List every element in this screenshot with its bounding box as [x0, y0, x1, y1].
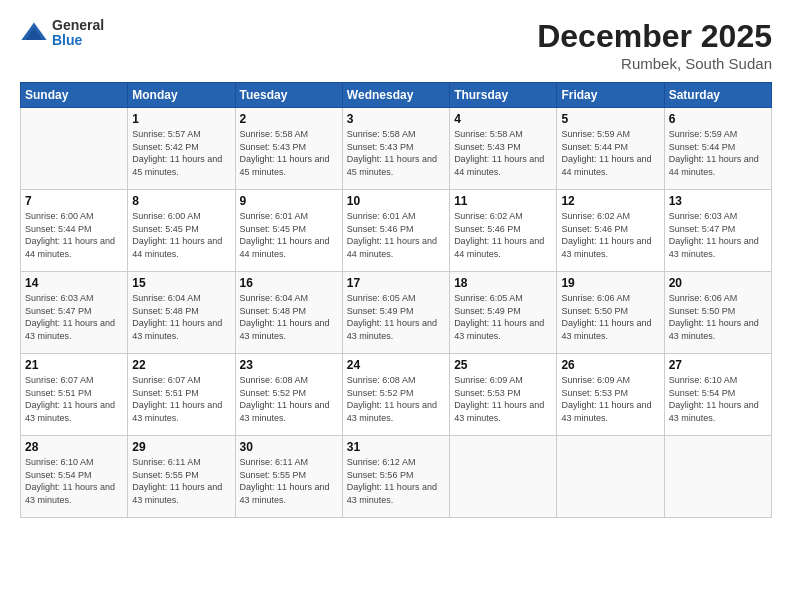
day-info: Sunrise: 6:05 AMSunset: 5:49 PMDaylight:…	[454, 293, 544, 341]
calendar-cell: 3 Sunrise: 5:58 AMSunset: 5:43 PMDayligh…	[342, 108, 449, 190]
day-info: Sunrise: 5:59 AMSunset: 5:44 PMDaylight:…	[561, 129, 651, 177]
col-wednesday: Wednesday	[342, 83, 449, 108]
calendar-cell	[450, 436, 557, 518]
calendar-header: Sunday Monday Tuesday Wednesday Thursday…	[21, 83, 772, 108]
day-number: 31	[347, 440, 445, 454]
col-monday: Monday	[128, 83, 235, 108]
day-number: 11	[454, 194, 552, 208]
day-number: 21	[25, 358, 123, 372]
day-info: Sunrise: 6:10 AMSunset: 5:54 PMDaylight:…	[669, 375, 759, 423]
day-info: Sunrise: 6:06 AMSunset: 5:50 PMDaylight:…	[669, 293, 759, 341]
day-info: Sunrise: 5:58 AMSunset: 5:43 PMDaylight:…	[347, 129, 437, 177]
col-friday: Friday	[557, 83, 664, 108]
calendar-cell: 31 Sunrise: 6:12 AMSunset: 5:56 PMDaylig…	[342, 436, 449, 518]
logo-icon	[20, 19, 48, 47]
week-row-2: 14 Sunrise: 6:03 AMSunset: 5:47 PMDaylig…	[21, 272, 772, 354]
day-number: 27	[669, 358, 767, 372]
calendar-cell: 27 Sunrise: 6:10 AMSunset: 5:54 PMDaylig…	[664, 354, 771, 436]
day-info: Sunrise: 6:02 AMSunset: 5:46 PMDaylight:…	[561, 211, 651, 259]
calendar-cell	[21, 108, 128, 190]
day-info: Sunrise: 6:00 AMSunset: 5:44 PMDaylight:…	[25, 211, 115, 259]
day-info: Sunrise: 6:01 AMSunset: 5:46 PMDaylight:…	[347, 211, 437, 259]
title-block: December 2025 Rumbek, South Sudan	[537, 18, 772, 72]
calendar-cell: 15 Sunrise: 6:04 AMSunset: 5:48 PMDaylig…	[128, 272, 235, 354]
calendar-cell: 14 Sunrise: 6:03 AMSunset: 5:47 PMDaylig…	[21, 272, 128, 354]
day-info: Sunrise: 6:04 AMSunset: 5:48 PMDaylight:…	[132, 293, 222, 341]
calendar-cell: 28 Sunrise: 6:10 AMSunset: 5:54 PMDaylig…	[21, 436, 128, 518]
day-info: Sunrise: 5:57 AMSunset: 5:42 PMDaylight:…	[132, 129, 222, 177]
day-number: 23	[240, 358, 338, 372]
calendar-cell: 4 Sunrise: 5:58 AMSunset: 5:43 PMDayligh…	[450, 108, 557, 190]
day-number: 14	[25, 276, 123, 290]
calendar-cell: 17 Sunrise: 6:05 AMSunset: 5:49 PMDaylig…	[342, 272, 449, 354]
day-number: 12	[561, 194, 659, 208]
day-info: Sunrise: 5:59 AMSunset: 5:44 PMDaylight:…	[669, 129, 759, 177]
day-number: 10	[347, 194, 445, 208]
week-row-0: 1 Sunrise: 5:57 AMSunset: 5:42 PMDayligh…	[21, 108, 772, 190]
logo-text: General Blue	[52, 18, 104, 49]
week-row-3: 21 Sunrise: 6:07 AMSunset: 5:51 PMDaylig…	[21, 354, 772, 436]
calendar-cell: 2 Sunrise: 5:58 AMSunset: 5:43 PMDayligh…	[235, 108, 342, 190]
day-info: Sunrise: 6:12 AMSunset: 5:56 PMDaylight:…	[347, 457, 437, 505]
day-number: 30	[240, 440, 338, 454]
calendar-cell: 18 Sunrise: 6:05 AMSunset: 5:49 PMDaylig…	[450, 272, 557, 354]
day-number: 13	[669, 194, 767, 208]
day-number: 1	[132, 112, 230, 126]
calendar-cell: 9 Sunrise: 6:01 AMSunset: 5:45 PMDayligh…	[235, 190, 342, 272]
calendar-cell: 11 Sunrise: 6:02 AMSunset: 5:46 PMDaylig…	[450, 190, 557, 272]
day-number: 26	[561, 358, 659, 372]
day-info: Sunrise: 6:09 AMSunset: 5:53 PMDaylight:…	[454, 375, 544, 423]
day-number: 3	[347, 112, 445, 126]
day-number: 24	[347, 358, 445, 372]
logo-blue: Blue	[52, 33, 104, 48]
day-info: Sunrise: 6:10 AMSunset: 5:54 PMDaylight:…	[25, 457, 115, 505]
day-number: 25	[454, 358, 552, 372]
calendar-cell: 30 Sunrise: 6:11 AMSunset: 5:55 PMDaylig…	[235, 436, 342, 518]
day-number: 8	[132, 194, 230, 208]
calendar-cell: 5 Sunrise: 5:59 AMSunset: 5:44 PMDayligh…	[557, 108, 664, 190]
col-saturday: Saturday	[664, 83, 771, 108]
day-number: 20	[669, 276, 767, 290]
page-header: General Blue December 2025 Rumbek, South…	[20, 18, 772, 72]
day-number: 22	[132, 358, 230, 372]
calendar-cell: 6 Sunrise: 5:59 AMSunset: 5:44 PMDayligh…	[664, 108, 771, 190]
logo: General Blue	[20, 18, 104, 49]
day-number: 16	[240, 276, 338, 290]
day-info: Sunrise: 6:03 AMSunset: 5:47 PMDaylight:…	[25, 293, 115, 341]
calendar-cell: 23 Sunrise: 6:08 AMSunset: 5:52 PMDaylig…	[235, 354, 342, 436]
day-info: Sunrise: 6:06 AMSunset: 5:50 PMDaylight:…	[561, 293, 651, 341]
day-info: Sunrise: 6:08 AMSunset: 5:52 PMDaylight:…	[347, 375, 437, 423]
col-sunday: Sunday	[21, 83, 128, 108]
day-number: 5	[561, 112, 659, 126]
week-row-1: 7 Sunrise: 6:00 AMSunset: 5:44 PMDayligh…	[21, 190, 772, 272]
calendar-cell: 20 Sunrise: 6:06 AMSunset: 5:50 PMDaylig…	[664, 272, 771, 354]
calendar-cell	[557, 436, 664, 518]
day-number: 29	[132, 440, 230, 454]
day-info: Sunrise: 6:09 AMSunset: 5:53 PMDaylight:…	[561, 375, 651, 423]
day-info: Sunrise: 6:07 AMSunset: 5:51 PMDaylight:…	[25, 375, 115, 423]
day-number: 28	[25, 440, 123, 454]
day-info: Sunrise: 6:02 AMSunset: 5:46 PMDaylight:…	[454, 211, 544, 259]
col-thursday: Thursday	[450, 83, 557, 108]
day-info: Sunrise: 6:11 AMSunset: 5:55 PMDaylight:…	[240, 457, 330, 505]
calendar-body: 1 Sunrise: 5:57 AMSunset: 5:42 PMDayligh…	[21, 108, 772, 518]
day-number: 6	[669, 112, 767, 126]
page-container: General Blue December 2025 Rumbek, South…	[0, 0, 792, 612]
day-number: 9	[240, 194, 338, 208]
day-info: Sunrise: 6:01 AMSunset: 5:45 PMDaylight:…	[240, 211, 330, 259]
calendar-cell	[664, 436, 771, 518]
day-number: 7	[25, 194, 123, 208]
day-info: Sunrise: 6:05 AMSunset: 5:49 PMDaylight:…	[347, 293, 437, 341]
week-row-4: 28 Sunrise: 6:10 AMSunset: 5:54 PMDaylig…	[21, 436, 772, 518]
day-info: Sunrise: 5:58 AMSunset: 5:43 PMDaylight:…	[454, 129, 544, 177]
day-info: Sunrise: 6:00 AMSunset: 5:45 PMDaylight:…	[132, 211, 222, 259]
calendar-cell: 22 Sunrise: 6:07 AMSunset: 5:51 PMDaylig…	[128, 354, 235, 436]
day-number: 17	[347, 276, 445, 290]
day-number: 15	[132, 276, 230, 290]
day-number: 18	[454, 276, 552, 290]
col-tuesday: Tuesday	[235, 83, 342, 108]
day-info: Sunrise: 5:58 AMSunset: 5:43 PMDaylight:…	[240, 129, 330, 177]
day-info: Sunrise: 6:11 AMSunset: 5:55 PMDaylight:…	[132, 457, 222, 505]
day-number: 2	[240, 112, 338, 126]
calendar-cell: 21 Sunrise: 6:07 AMSunset: 5:51 PMDaylig…	[21, 354, 128, 436]
